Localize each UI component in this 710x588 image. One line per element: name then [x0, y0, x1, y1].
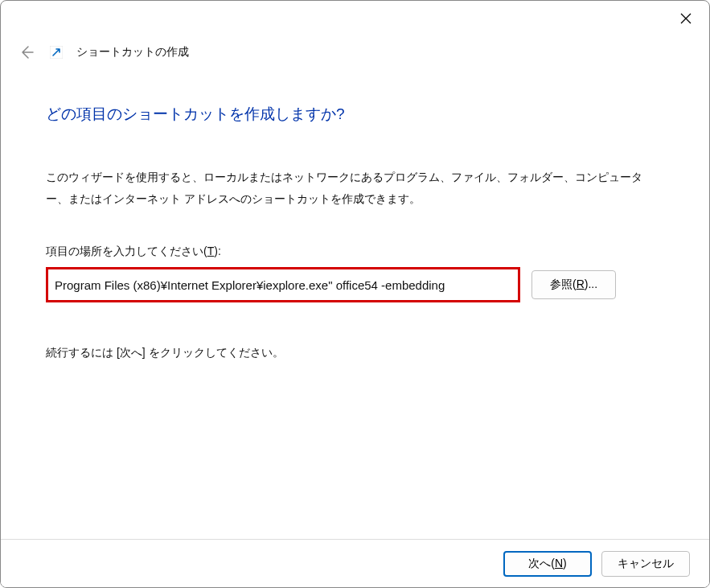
location-input-label: 項目の場所を入力してください(T): — [46, 245, 664, 259]
label-prefix: 項目の場所を入力してください( — [46, 245, 207, 257]
close-icon — [680, 13, 692, 24]
wizard-description: このウィザードを使用すると、ローカルまたはネットワークにあるプログラム、ファイル… — [46, 167, 664, 209]
next-button[interactable]: 次へ(N) — [503, 551, 592, 577]
wizard-title: ショートカットの作成 — [76, 45, 189, 60]
next-prefix: 次へ( — [528, 557, 555, 569]
close-button[interactable] — [667, 6, 704, 31]
browse-prefix: 参照( — [550, 278, 577, 290]
shortcut-icon — [49, 45, 64, 60]
browse-suffix: )... — [585, 278, 597, 290]
back-arrow-icon — [19, 45, 34, 60]
next-accelerator: N — [555, 557, 563, 569]
location-input-row: 参照(R)... — [46, 267, 664, 302]
location-input[interactable] — [46, 267, 520, 302]
content-area: どの項目のショートカットを作成しますか? このウィザードを使用すると、ローカルま… — [1, 65, 709, 360]
wizard-footer: 次へ(N) キャンセル — [1, 539, 709, 587]
page-heading: どの項目のショートカットを作成しますか? — [46, 104, 664, 125]
back-button[interactable] — [17, 43, 36, 62]
continue-instruction: 続行するには [次へ] をクリックしてください。 — [46, 346, 664, 360]
titlebar — [1, 1, 709, 39]
browse-button[interactable]: 参照(R)... — [531, 270, 616, 299]
cancel-button[interactable]: キャンセル — [601, 551, 690, 577]
label-accelerator: T — [207, 245, 215, 257]
label-suffix: ): — [214, 245, 221, 257]
next-suffix: ) — [563, 557, 567, 569]
wizard-header: ショートカットの作成 — [1, 39, 709, 65]
browse-accelerator: R — [577, 278, 585, 290]
